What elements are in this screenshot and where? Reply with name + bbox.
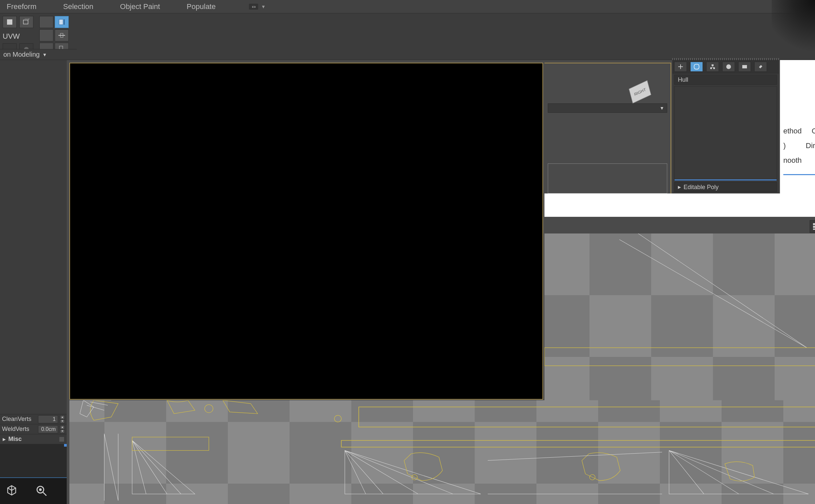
modify-panel: ▶ Editable Poly <box>672 60 779 193</box>
partial-paren-label: ) <box>783 141 786 150</box>
partial-blue-line <box>783 174 815 175</box>
utilities-tab[interactable] <box>754 62 767 72</box>
svg-rect-25 <box>813 226 815 228</box>
uv-display-toolbar: U V <box>810 219 815 233</box>
tool-grid-3[interactable] <box>39 29 53 41</box>
taskbar <box>0 477 67 504</box>
modifier-editable-poly[interactable]: ▶ Editable Poly <box>674 182 777 192</box>
partial-method-label: ethod <box>783 127 802 135</box>
viewport-shading-dropdown[interactable]: ▼ <box>548 103 667 113</box>
menu-dropdown-arrow-icon[interactable]: ▼ <box>261 4 266 9</box>
cleanverts-label: CleanVerts <box>2 416 36 423</box>
svg-rect-43 <box>544 348 815 366</box>
svg-rect-15 <box>712 64 714 66</box>
modeling-dropdown[interactable]: on Modeling ▼ <box>0 49 77 60</box>
triangle-right-icon: ▶ <box>3 437 6 442</box>
triangle-right-icon: ▶ <box>678 185 681 189</box>
center-area: RIGHT ▼ <box>67 60 815 504</box>
svg-rect-0 <box>7 19 12 25</box>
misc-rollout-header[interactable]: ▶ Misc <box>0 434 67 444</box>
svg-point-51 <box>205 405 213 413</box>
perspective-viewport[interactable] <box>69 63 543 400</box>
partial-smooth-label: nooth <box>783 156 802 164</box>
cleanverts-row: CleanVerts ▲ ▼ <box>0 414 67 424</box>
svg-rect-46 <box>341 440 815 447</box>
create-tab[interactable] <box>674 62 687 72</box>
weldverts-label: WeldVerts <box>2 426 36 433</box>
svg-line-49 <box>90 402 108 405</box>
hierarchy-tab[interactable] <box>706 62 719 72</box>
partial-dirc-label: Dir C <box>806 141 815 150</box>
menu-object-paint[interactable]: Object Paint <box>120 2 160 11</box>
cleanverts-spinner: ▲ ▼ <box>60 415 65 423</box>
uv-editor-bottom[interactable] <box>69 400 815 504</box>
tool-box-solid[interactable] <box>3 16 17 28</box>
display-tab[interactable] <box>738 62 751 72</box>
uv-grid-button[interactable] <box>810 220 815 233</box>
cleanverts-input[interactable] <box>38 415 58 423</box>
weldverts-down[interactable]: ▼ <box>60 429 65 433</box>
unity-icon[interactable] <box>3 483 20 499</box>
tool-align[interactable] <box>55 29 69 41</box>
thumbnail-corner <box>64 444 67 447</box>
preview-thumbnail <box>0 444 67 477</box>
modify-tab[interactable] <box>690 62 703 72</box>
svg-line-42 <box>638 233 807 348</box>
menu-selection[interactable]: Selection <box>63 2 93 11</box>
tool-planar-map[interactable] <box>55 16 69 28</box>
uvw-label: UVW <box>3 32 33 41</box>
viewport-row: RIGHT ▼ <box>67 60 815 504</box>
corner-decoration <box>772 0 815 60</box>
uv-editor-header <box>544 193 815 217</box>
search-app-icon[interactable] <box>33 483 50 499</box>
svg-line-11 <box>43 492 46 496</box>
menu-populate[interactable]: Populate <box>187 2 216 11</box>
weldverts-up[interactable]: ▲ <box>60 425 65 429</box>
svg-rect-5 <box>59 19 63 25</box>
motion-tab[interactable] <box>722 62 735 72</box>
svg-line-56 <box>488 452 662 461</box>
svg-rect-53 <box>132 437 209 450</box>
viewcube-face[interactable]: RIGHT <box>629 80 651 103</box>
left-sidebar-fill <box>0 60 67 414</box>
partial-cha-label: Cha <box>812 127 815 135</box>
viewcube[interactable]: RIGHT <box>629 80 660 107</box>
modifier-name: Editable Poly <box>684 184 719 191</box>
svg-rect-17 <box>713 67 715 69</box>
svg-rect-16 <box>710 67 712 69</box>
viewport-subpanel <box>548 163 667 193</box>
weldverts-spinner: ▲ ▼ <box>60 425 65 433</box>
svg-line-3 <box>28 19 29 20</box>
svg-rect-6 <box>64 19 65 25</box>
svg-point-20 <box>726 64 731 69</box>
ribbon-toolbar: UVW on Modeling ▼ <box>0 13 815 60</box>
svg-point-52 <box>334 415 341 422</box>
svg-line-41 <box>620 239 807 348</box>
svg-line-50 <box>87 405 104 410</box>
cleanverts-up[interactable]: ▲ <box>60 415 65 419</box>
tool-grid-1[interactable] <box>39 16 53 28</box>
menu-freeform[interactable]: Freeform <box>7 2 36 11</box>
chevron-down-icon: ▼ <box>42 52 47 57</box>
secondary-viewport[interactable]: RIGHT ▼ <box>544 63 671 196</box>
tool-box-wire[interactable] <box>19 16 33 28</box>
weldverts-input[interactable] <box>38 425 58 433</box>
weldverts-row: WeldVerts ▲ ▼ <box>0 424 67 434</box>
viewport-container: RIGHT ▼ <box>67 60 815 504</box>
ribbon-menu-bar: Freeform Selection Object Paint Populate… <box>0 0 815 13</box>
menu-extra-controls: ▭ ▼ <box>249 4 266 10</box>
svg-rect-45 <box>359 407 815 427</box>
svg-point-12 <box>39 488 42 491</box>
svg-rect-22 <box>813 223 815 225</box>
svg-rect-1 <box>23 20 28 24</box>
rollout-handle-icon <box>59 437 64 442</box>
modifier-stack[interactable] <box>674 86 777 181</box>
menu-toggle-button[interactable]: ▭ <box>249 4 258 10</box>
svg-rect-21 <box>742 65 747 68</box>
cleanverts-down[interactable]: ▼ <box>60 419 65 423</box>
left-sidebar: CleanVerts ▲ ▼ WeldVerts ▲ ▼ ▶ Misc <box>0 60 67 504</box>
object-name-input[interactable] <box>674 75 777 85</box>
modeling-label: on Modeling <box>3 51 40 58</box>
misc-rollout-title: Misc <box>8 436 22 443</box>
command-panel-tabs <box>672 60 779 73</box>
